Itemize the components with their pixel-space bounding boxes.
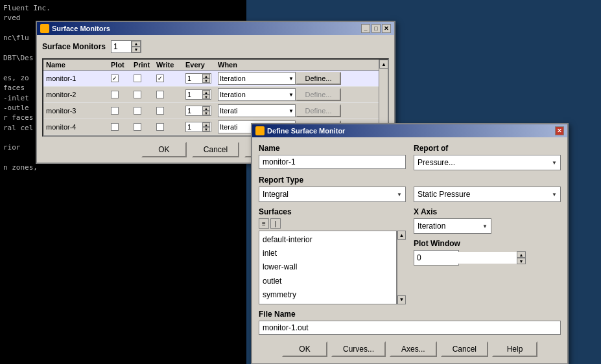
col-every: Every: [185, 61, 218, 69]
dsm-button-row: OK Curves... Axes... Cancel Help: [259, 341, 561, 357]
dsm-x-axis-select[interactable]: Iteration: [414, 218, 491, 234]
row1-down[interactable]: ▼: [202, 78, 210, 83]
row2-when-dropdown[interactable]: Iteration ▼: [218, 88, 296, 101]
row2-write-checkbox[interactable]: [156, 91, 164, 98]
surfaces-scroll-down[interactable]: ▼: [397, 295, 406, 304]
dsm-close-button[interactable]: ✕: [555, 126, 564, 135]
dsm-cancel-button[interactable]: Cancel: [441, 341, 488, 357]
plot-up-arrow[interactable]: ▲: [517, 251, 526, 258]
row1-write-checkbox[interactable]: [156, 74, 164, 82]
row1-up[interactable]: ▲: [202, 74, 210, 78]
table-row: monitor-1 ▲ ▼ Iteration: [43, 71, 379, 87]
row2-down[interactable]: ▼: [202, 95, 210, 99]
col-when: When: [218, 61, 296, 69]
dsm-report-type-dropdown[interactable]: Integral: [259, 187, 406, 202]
dsm-report-of-dropdown[interactable]: Pressure...: [414, 155, 561, 170]
row3-name: monitor-3: [46, 107, 111, 115]
row3-plot-checkbox[interactable]: [111, 107, 119, 115]
row4-write-checkbox[interactable]: [156, 123, 164, 131]
row2-print-checkbox[interactable]: [134, 91, 141, 98]
row1-plot-checkbox[interactable]: [111, 74, 119, 82]
row3-when-dropdown[interactable]: Iterati ▼: [218, 104, 296, 117]
dsm-plot-window-field[interactable]: [414, 252, 517, 264]
row2-plot-checkbox[interactable]: [111, 91, 119, 98]
row4-down[interactable]: ▼: [202, 127, 210, 131]
row3-every-input[interactable]: ▲ ▼: [185, 106, 211, 116]
dsm-name-label: Name: [259, 144, 406, 153]
col-write: Write: [156, 61, 185, 69]
dsm-ok-button[interactable]: OK: [282, 341, 327, 357]
surfaces-list[interactable]: default-interior inlet lower-wall outlet…: [259, 231, 397, 304]
col-plot: Plot: [111, 61, 134, 69]
count-input[interactable]: [112, 41, 131, 52]
row2-define-button[interactable]: Define...: [296, 88, 341, 101]
row2-up[interactable]: ▲: [202, 90, 210, 95]
close-button[interactable]: ✕: [382, 24, 391, 33]
row4-every-input[interactable]: ▲ ▼: [185, 122, 211, 132]
dsm-static-pressure-dropdown[interactable]: Static Pressure: [414, 187, 561, 202]
dsm-plot-window-input[interactable]: ▲ ▼: [414, 250, 459, 266]
surfaces-icon1[interactable]: ≡: [259, 218, 269, 229]
row1-print-checkbox[interactable]: [134, 74, 141, 82]
sm-cancel-button[interactable]: Cancel: [192, 142, 239, 157]
sm-ok-button[interactable]: OK: [141, 142, 187, 157]
dsm-titlebar: Define Surface Monitor ✕: [252, 124, 567, 137]
dsm-curves-button[interactable]: Curves...: [331, 341, 386, 357]
dsm-help-button[interactable]: Help: [492, 341, 537, 357]
count-spinner[interactable]: ▲ ▼: [111, 40, 141, 53]
count-down-arrow[interactable]: ▼: [132, 47, 141, 52]
row4-up[interactable]: ▲: [202, 122, 210, 127]
maximize-button[interactable]: □: [371, 24, 381, 33]
dsm-plot-window-label: Plot Window: [414, 239, 561, 248]
surfaces-icon2[interactable]: |: [270, 218, 281, 229]
count-up-arrow[interactable]: ▲: [132, 41, 141, 47]
surface-item-symmetry[interactable]: symmetry: [261, 288, 394, 302]
row4-plot-checkbox[interactable]: [111, 123, 119, 131]
row2-every-input[interactable]: ▲ ▼: [185, 89, 211, 100]
row1-every-field[interactable]: [186, 74, 202, 83]
row3-up[interactable]: ▲: [202, 106, 210, 111]
table-row: monitor-3 ▲ ▼ Iterati: [43, 103, 379, 119]
surfaces-scrollbar[interactable]: ▲ ▼: [397, 231, 406, 304]
row3-write-checkbox[interactable]: [156, 107, 164, 115]
row3-every-field[interactable]: [186, 106, 202, 115]
dsm-surfaces-label: Surfaces: [259, 207, 292, 216]
row1-when-dropdown[interactable]: Iteration ▼: [218, 72, 296, 85]
window-icon: [40, 24, 49, 33]
col-define: [296, 61, 341, 69]
dsm-report-type-select[interactable]: Integral: [259, 187, 406, 202]
surface-item-default-interior[interactable]: default-interior: [261, 233, 394, 247]
row3-print-checkbox[interactable]: [134, 107, 141, 115]
dsm-window-icon: [255, 126, 265, 135]
row3-when-value: Iterati: [220, 107, 289, 115]
scroll-up-button[interactable]: ▲: [379, 60, 388, 69]
dsm-report-of-label: Report of: [414, 144, 561, 153]
col-print: Print: [134, 61, 156, 69]
row4-print-checkbox[interactable]: [134, 123, 141, 131]
plot-down-arrow[interactable]: ▼: [517, 258, 526, 264]
dsm-file-name-input[interactable]: [259, 321, 561, 335]
dsm-report-of-type-label: [414, 176, 561, 185]
dsm-static-pressure-select[interactable]: Static Pressure: [414, 187, 561, 202]
dsm-report-of-select[interactable]: Pressure...: [414, 155, 561, 170]
row4-every-field[interactable]: [186, 122, 202, 131]
surface-item-lower-wall[interactable]: lower-wall: [261, 260, 394, 274]
dsm-file-name-label: File Name: [259, 310, 561, 319]
row3-when-arrow: ▼: [289, 108, 294, 114]
surface-item-outlet[interactable]: outlet: [261, 275, 394, 288]
row2-every-field[interactable]: [186, 90, 202, 99]
row1-name: monitor-1: [46, 74, 111, 82]
dsm-name-input[interactable]: [259, 155, 406, 169]
row1-every-input[interactable]: ▲ ▼: [185, 73, 211, 84]
surfaces-scroll-up[interactable]: ▲: [397, 231, 406, 240]
dsm-axes-button[interactable]: Axes...: [390, 341, 437, 357]
surfaces-icon-buttons: ≡ |: [259, 218, 406, 229]
row1-define-button[interactable]: Define...: [296, 72, 341, 85]
dsm-x-axis-dropdown[interactable]: Iteration: [414, 218, 491, 234]
row3-down[interactable]: ▼: [202, 111, 210, 115]
minimize-button[interactable]: _: [361, 24, 370, 33]
plot-window-section: Plot Window ▲ ▼: [414, 239, 561, 266]
file-name-section: File Name: [259, 310, 561, 335]
surface-item-inlet[interactable]: inlet: [261, 247, 394, 260]
row3-define-button[interactable]: Define...: [296, 104, 341, 117]
